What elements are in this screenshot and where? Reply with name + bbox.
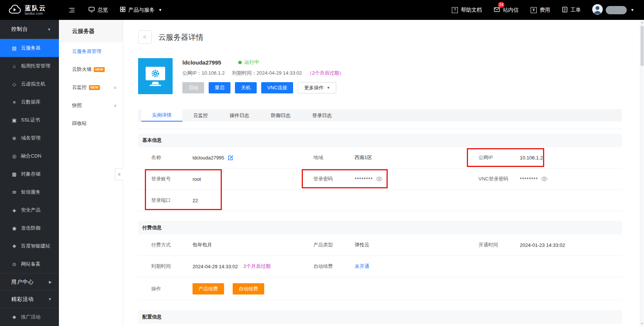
- edit-icon[interactable]: [228, 155, 233, 161]
- expire-value: 2024-04-29 14:33:02: [257, 70, 302, 76]
- nav-help[interactable]: ? 帮助文档: [446, 0, 488, 20]
- secondary-sidebar: 云服务器 云服务器管理 云防火墙 NEW 云监控 NEW ∨ 快照 ∨ 回收站: [59, 20, 123, 326]
- region-value: 西南1区: [355, 154, 372, 161]
- payment-info-section: 付费信息 付费方式 包年包月 产品类型 弹性云 开通时间 2024-01-23 …: [138, 221, 622, 300]
- tab-operation-logs[interactable]: 操作日志: [219, 109, 260, 122]
- sidebar-item-ssl[interactable]: ▣ SSL证书: [0, 111, 59, 129]
- top-navbar: 蓝队云 landui.com 总览 产品与服务 ▼ ? 帮助文档: [0, 0, 644, 20]
- expire-time-label: 到期时间: [151, 263, 193, 270]
- sidebar-item-virtual-host[interactable]: ◇ 云虚拟主机: [0, 75, 59, 93]
- divider: [138, 129, 622, 129]
- auto-renew-button[interactable]: 自动续费: [233, 283, 264, 294]
- sidebar-item-domain[interactable]: ⊕ 域名管理: [0, 129, 59, 147]
- vertical-scrollbar[interactable]: ▲ ▼: [640, 20, 644, 326]
- login-account-value: root: [193, 176, 201, 182]
- basic-info-title: 基本信息: [138, 134, 622, 147]
- submenu-item-firewall[interactable]: 云防火墙 NEW: [59, 60, 123, 78]
- product-renew-button[interactable]: 产品续费: [193, 283, 224, 294]
- shield-icon: ◈: [11, 207, 17, 213]
- tab-instance-details[interactable]: 实例详情: [141, 109, 182, 122]
- sidebar-user-center[interactable]: 用户中心 ▶: [0, 273, 59, 290]
- user-menu[interactable]: ▼: [592, 4, 634, 16]
- restart-button[interactable]: 重启: [209, 82, 230, 93]
- more-actions-label: 更多操作: [304, 84, 324, 91]
- payment-method-value: 包年包月: [193, 242, 212, 248]
- sidebar-item-hosting[interactable]: ⌂ 租用托管管理: [0, 57, 59, 75]
- sidebar-item-object-storage[interactable]: ▦ 对象存储: [0, 165, 59, 183]
- server-monitor-icon: [138, 58, 173, 94]
- submenu-item-recycle-bin[interactable]: 回收站: [59, 114, 123, 132]
- tab-login-logs[interactable]: 登录日志: [301, 109, 343, 122]
- expire-warning: 2个月后过期: [244, 263, 271, 270]
- sidebar-item-cloud-server[interactable]: ▤ 云服务器: [0, 39, 59, 57]
- sidebar-item-label: 百度智能建站: [21, 243, 50, 249]
- sidebar-item-security[interactable]: ◈ 安全产品: [0, 201, 59, 219]
- status-label: 运行中: [244, 59, 259, 66]
- detail-tabs: 实例详情 云监控 操作日志 防御日志 登录日志: [138, 109, 622, 122]
- panel-collapse-handle[interactable]: ≡: [115, 168, 123, 180]
- shutdown-button[interactable]: 关机: [235, 82, 257, 93]
- eye-icon[interactable]: [376, 177, 382, 181]
- nav-products[interactable]: 产品与服务 ▼: [114, 0, 168, 20]
- console-selector[interactable]: 控制台 ▼: [0, 20, 59, 39]
- table-row: 付费方式 包年包月 产品类型 弹性云 开通时间 2024-01-23 14:33…: [138, 234, 622, 256]
- monitor-icon: [89, 7, 95, 14]
- sidebar-item-defense[interactable]: ◉ 攻击防御: [0, 219, 59, 237]
- back-button[interactable]: <: [138, 30, 152, 44]
- nav-messages[interactable]: 站内信 24: [488, 0, 525, 20]
- auto-renew-value[interactable]: 未开通: [355, 263, 369, 270]
- sidebar-item-database[interactable]: ≡ 云数据库: [0, 93, 59, 111]
- nav-overview[interactable]: 总览: [83, 0, 114, 20]
- submenu-item-label: 回收站: [72, 120, 87, 127]
- activities-label: 精彩活动: [11, 296, 34, 303]
- nav-tickets-label: 工单: [570, 7, 581, 14]
- submenu-title: 云服务器: [59, 20, 123, 42]
- new-badge: NEW: [89, 85, 100, 90]
- sidebar-item-baidu-site[interactable]: ❖ 百度智能建站: [0, 237, 59, 255]
- region-label: 地域: [313, 154, 355, 161]
- start-button[interactable]: 启动: [182, 82, 204, 93]
- server-summary: ldclouda27995 运行中 公网IP：10.106.1.2 到期时间：2…: [138, 58, 622, 94]
- defense-icon: ◉: [11, 225, 17, 231]
- scrollbar-thumb[interactable]: [641, 26, 644, 66]
- sidebar-item-sms[interactable]: ✉ 短信服务: [0, 183, 59, 201]
- nav-messages-label: 站内信: [503, 7, 519, 14]
- new-badge: NEW: [94, 67, 105, 72]
- primary-sidebar: 控制台 ▼ ▤ 云服务器 ⌂ 租用托管管理 ◇ 云虚拟主机 ≡ 云数据库 ▣ S…: [0, 20, 59, 326]
- sidebar-toggle-icon[interactable]: [59, 0, 83, 20]
- logo-subtitle: landui.com: [25, 12, 46, 15]
- nav-tickets[interactable]: 工单: [556, 0, 587, 20]
- database-icon: ≡: [11, 99, 17, 105]
- server-name: ldclouda27995: [182, 59, 221, 66]
- sidebar-item-label: 租用托管管理: [21, 63, 50, 69]
- nav-overview-label: 总览: [98, 7, 108, 14]
- page-title: 云服务器详情: [158, 32, 203, 42]
- open-time-label: 开通时间: [478, 242, 520, 248]
- config-info-section: 配置信息: [138, 310, 622, 324]
- table-row: 操作 产品续费 自动续费: [138, 277, 622, 300]
- more-actions-button[interactable]: 更多操作 ▼: [298, 82, 336, 93]
- submenu-item-server-management[interactable]: 云服务器管理: [59, 42, 123, 60]
- tab-defense-logs[interactable]: 防御日志: [260, 109, 301, 122]
- nav-billing[interactable]: ¥ 费用: [525, 0, 556, 20]
- submenu-item-monitoring[interactable]: 云监控 NEW ∨: [59, 78, 123, 96]
- vnc-connect-button[interactable]: VNC连接: [261, 82, 293, 93]
- landui-logo[interactable]: 蓝队云 landui.com: [0, 5, 59, 16]
- sidebar-activities[interactable]: 精彩活动 ▼: [0, 290, 59, 308]
- public-ip-value: 10.106.1.2: [202, 70, 224, 76]
- eye-icon[interactable]: [541, 177, 548, 181]
- sidebar-item-icp-filing[interactable]: ⊙ 网站备案: [0, 255, 59, 273]
- sidebar-item-promotion[interactable]: ◆ 推广活动: [0, 308, 59, 326]
- page-header: < 云服务器详情: [138, 30, 622, 44]
- user-center-label: 用户中心: [11, 279, 34, 285]
- tab-cloud-monitoring[interactable]: 云监控: [182, 109, 219, 122]
- scroll-up-icon[interactable]: ▲: [640, 20, 644, 25]
- sidebar-item-cdn[interactable]: ◎ 融合CDN: [0, 147, 59, 165]
- submenu-item-label: 快照: [72, 102, 82, 109]
- submenu-item-snapshot[interactable]: 快照 ∨: [59, 96, 123, 114]
- baidu-icon: ❖: [11, 243, 17, 249]
- submenu-item-label: 云监控: [72, 84, 87, 91]
- scroll-down-icon[interactable]: ▼: [640, 321, 644, 326]
- expire-label: 到期时间：: [232, 70, 257, 76]
- sidebar-item-label: 网站备案: [21, 261, 41, 267]
